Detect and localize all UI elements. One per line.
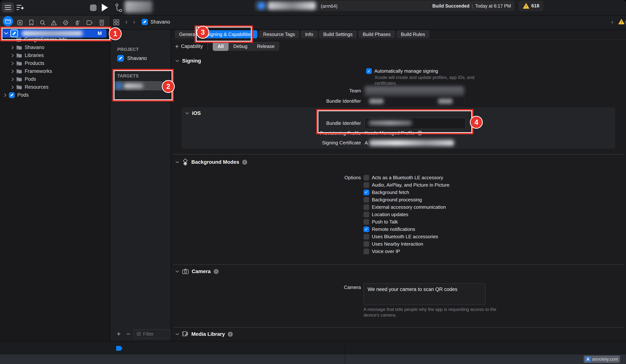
sidebar-item-label: Pods [25, 76, 36, 82]
stop-button[interactable] [90, 4, 97, 11]
background-mode-option[interactable]: ✓ Background processing [363, 196, 450, 203]
chevron-right-icon[interactable] [10, 62, 16, 65]
editor-tab[interactable]: Build Phases [358, 30, 395, 38]
previous-issue-button[interactable]: ‹ [611, 18, 613, 25]
background-mode-option[interactable]: ✓ Uses Nearby Interaction [363, 240, 450, 248]
ios-subsection-header[interactable]: iOS [185, 110, 201, 116]
configuration-segment[interactable]: Debug [229, 42, 252, 51]
signing-certificate-label: Signing Certificate [258, 140, 361, 146]
forward-button[interactable]: › [133, 18, 135, 25]
sidebar-item[interactable]: Libraries [0, 51, 110, 59]
bundle-identifier-value [364, 97, 465, 107]
project-row[interactable]: Shavano [117, 55, 147, 62]
auto-manage-signing-row[interactable]: ✓ Automatically manage signing [366, 68, 438, 74]
background-mode-option[interactable]: ✓ Location updates [363, 211, 450, 218]
background-mode-option[interactable]: ✓ External accessory communication [363, 203, 450, 211]
back-button[interactable]: ‹ [125, 18, 127, 25]
info-icon[interactable]: i [228, 332, 233, 337]
background-modes-section-header[interactable]: Background Modes i [175, 158, 247, 166]
editor-tab[interactable]: Info [301, 30, 317, 38]
background-mode-option[interactable]: ✓ Push to Talk [363, 218, 450, 226]
background-mode-option[interactable]: ✓ Voice over IP [363, 248, 450, 255]
sidebar-item[interactable]: Frameworks [0, 67, 110, 75]
background-mode-option[interactable]: ✓ Audio, AirPlay, and Picture in Picture [363, 181, 450, 189]
chevron-right-icon[interactable] [10, 85, 16, 89]
camera-field-label: Camera [258, 284, 361, 290]
background-mode-option[interactable]: ✓ Acts as a Bluetooth LE accessory [363, 174, 450, 181]
redacted-bundle-part [369, 99, 384, 104]
compose-sparkle-button[interactable] [16, 3, 25, 12]
sidebar-item[interactable]: Resources [0, 83, 110, 91]
issue-warning-icon[interactable]: ! [618, 18, 625, 25]
editor-tab[interactable]: Build Settings [319, 30, 357, 38]
chevron-right-icon[interactable] [10, 46, 16, 49]
scheme-button[interactable] [114, 3, 122, 12]
media-library-title: Media Library [191, 331, 225, 337]
configuration-segment[interactable]: Release [252, 42, 279, 51]
chevron-right-icon[interactable] [10, 78, 16, 81]
chevron-right-icon[interactable] [10, 54, 16, 57]
checkbox[interactable]: ✓ [363, 248, 369, 254]
checkbox[interactable]: ✓ [363, 212, 369, 217]
editor-tab[interactable]: Resource Tags [259, 30, 299, 38]
jumpbar-project-name[interactable]: Shavano [151, 19, 170, 25]
add-capability-button[interactable]: + Capability [175, 43, 203, 50]
sidebar-item-label: Frameworks [25, 68, 52, 74]
chevron-right-icon[interactable] [2, 93, 8, 97]
checkbox[interactable]: ✓ [363, 241, 369, 247]
editor-tab[interactable]: Build Rules [396, 30, 430, 38]
navigator-tab-bookmarks[interactable] [26, 18, 37, 28]
camera-section-header[interactable]: Camera i [175, 269, 219, 274]
filter-input[interactable]: Filter [134, 329, 171, 339]
checkbox[interactable]: ✓ [363, 226, 369, 232]
camera-usage-textarea[interactable]: We need your camera to scan QR codes [363, 283, 486, 305]
checkbox[interactable]: ✓ [363, 204, 369, 210]
warning-count-pill[interactable]: ! 618 [519, 0, 544, 11]
navigator-tab-project[interactable] [3, 16, 13, 26]
checkbox[interactable]: ✓ [363, 219, 369, 225]
segment-label: Release [257, 43, 274, 49]
auto-manage-checkbox[interactable]: ✓ [366, 68, 372, 74]
remove-target-button[interactable]: − [124, 330, 132, 338]
sidebar-item[interactable]: Products [0, 59, 110, 67]
navigator-tab-breakpoints[interactable] [84, 18, 95, 28]
sidebar-item[interactable]: Pods [0, 91, 110, 99]
segment-label: All [218, 43, 224, 49]
annotation-box-1 [0, 27, 111, 41]
checkbox[interactable]: ✓ [363, 175, 369, 181]
media-library-section-header[interactable]: Media Library i [175, 331, 233, 337]
activity-status-pill[interactable]: (arm64) Build Succeeded | Today at 6:17 … [254, 0, 515, 11]
run-button[interactable] [102, 4, 108, 11]
option-label: Background processing [372, 197, 422, 203]
checkbox[interactable]: ✓ [363, 190, 369, 195]
sidebar-item[interactable]: Pods [0, 75, 110, 83]
navigator-tab-changes[interactable] [15, 18, 25, 28]
sidebar-item[interactable]: Shavano [0, 43, 110, 51]
add-target-button[interactable]: + [115, 330, 123, 338]
folder-icon [16, 68, 23, 75]
navigator-tab-issues[interactable] [49, 18, 59, 28]
navigator-tab-tests[interactable] [60, 18, 71, 28]
navigator-tab-reports[interactable] [97, 18, 107, 28]
navigator-toggle-button[interactable] [2, 2, 14, 13]
info-icon[interactable]: i [242, 160, 247, 165]
background-mode-option[interactable]: ✓ Remote notifications [363, 226, 450, 233]
related-items-button[interactable] [113, 19, 120, 26]
signing-section-header[interactable]: Signing [175, 58, 201, 64]
checkbox[interactable]: ✓ [363, 197, 369, 203]
branch-icon [114, 3, 122, 12]
background-mode-option[interactable]: ✓ Background fetch [363, 189, 450, 196]
next-issue-button[interactable]: › [625, 18, 626, 25]
navigator-tab-find[interactable] [38, 18, 48, 28]
checkbox[interactable]: ✓ [363, 234, 369, 240]
configuration-segment[interactable]: All [213, 42, 228, 51]
navigator-tab-debug[interactable] [73, 18, 83, 28]
redacted-team-value[interactable] [365, 86, 464, 96]
background-mode-option[interactable]: ✓ Uses Bluetooth LE accessories [363, 233, 450, 240]
info-icon[interactable]: i [214, 269, 219, 274]
editor-tab-label: General [179, 32, 196, 37]
chevron-right-icon[interactable] [10, 70, 16, 73]
camera-icon [182, 269, 189, 274]
editor-tab-label: Info [305, 32, 313, 37]
checkbox[interactable]: ✓ [363, 182, 369, 188]
